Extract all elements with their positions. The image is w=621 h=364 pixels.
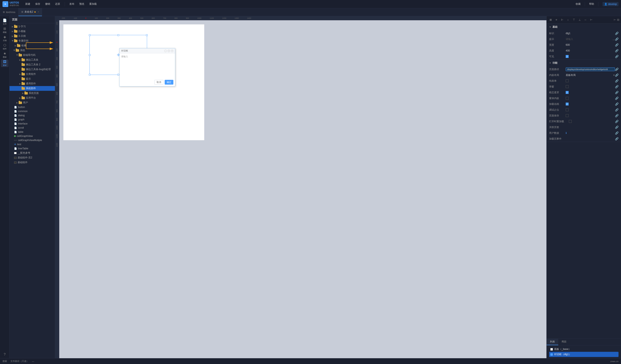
dialog-minimize-button[interactable]: - [164,50,167,52]
chain-icon[interactable]: 🔗 [615,32,619,35]
tab-hawkeye[interactable]: 鹰眼 [558,339,570,345]
tab-close-icon[interactable]: × [38,11,39,13]
chain-icon14[interactable]: 🔗 [615,114,619,117]
tree-item-2模板[interactable]: ▶ 2-模板 [10,29,55,34]
align-icon-7[interactable]: ↔ [583,17,588,22]
tree-item-系统页面[interactable]: ▶ 系统页面 [10,91,55,95]
save-button[interactable]: 保存 [33,1,42,7]
handle-bc[interactable] [118,74,119,76]
tree-item-cellGraphView[interactable]: cellGraphView [10,134,55,138]
tree-item-侧边工具条2[interactable]: 侧边工具条 2 [10,62,55,67]
chain-icon2[interactable]: 🔗 [615,37,619,41]
animation-checkbox[interactable]: ✓ [566,103,569,106]
basic-section-header[interactable]: ▼ 基础 [547,24,621,31]
tree-item-侧边工具条[interactable]: ▶ 侧边工具条 [10,58,55,62]
tree-item-系统[interactable]: ▶ 系统 [10,48,55,53]
dialog-maximize-button[interactable]: □ [168,50,170,52]
chain-icon11[interactable]: 🔗 [615,96,619,100]
align-icon-4[interactable]: ↕ [566,17,570,22]
align-icon-5[interactable]: ⊤ [571,17,576,22]
tree-item-用户[interactable]: ▶ 用户 [10,100,55,105]
tab-list[interactable]: 列表 [547,339,558,345]
chain-icon3[interactable]: 🔗 [615,43,619,47]
handle-ml[interactable] [89,54,90,56]
sidebar-item-material[interactable]: 🖼 素材 [1,60,8,67]
tree-item-通用部件[interactable]: ▶ 通用部件 [10,81,55,86]
tree-item-系统部件[interactable]: 系统部件 [10,86,55,91]
reload-button[interactable]: 重加载 [87,1,99,7]
favorites-button[interactable]: 收藏 [576,2,581,6]
tree-item-common[interactable]: 📄 common [10,109,55,113]
chain-icon13[interactable]: 🔗 [615,108,619,111]
dialog-ok-button[interactable]: 确定 [165,80,173,85]
filter-icon[interactable]: ⊟ [617,18,619,21]
align-icon-6[interactable]: ⊥ [577,17,582,22]
chain-icon4[interactable]: 🔗 [615,49,619,52]
canvas-viewport[interactable]: ✛ 对话框 - □ × [59,20,546,358]
tree-item-前端零代码[interactable]: ▶ 前端零代码 [10,53,55,58]
tree-item-3示例[interactable]: ▶ 3-示例 [10,34,55,38]
popup-checkbox[interactable] [566,85,569,88]
undo-button[interactable]: 撤销 [43,1,52,7]
dialog-widget[interactable]: 对话框 - □ × 请输入 取消 [119,48,175,86]
dropdown-arrow-icon[interactable]: ▼ [613,74,615,76]
tree-item-收藏[interactable]: ▶ 收藏 [10,43,55,48]
chain-icon17[interactable]: 🔗 [615,131,619,135]
align-icon-3[interactable]: ⊩ [560,17,565,22]
tree-item-侧边工具条bug[interactable]: 侧边工具条-bug待处理 [10,67,55,72]
sidebar-item-example[interactable]: ◈ 示例 [1,35,8,42]
handle-tc[interactable] [118,34,119,36]
chain-icon15[interactable]: 🔗 [615,120,619,123]
embed-checkbox[interactable] [566,97,569,100]
handle-tr[interactable] [146,34,148,36]
tree-item-button[interactable]: 📄 button [10,105,55,109]
publish-button[interactable]: 发布 [67,1,76,7]
sidebar-item-file[interactable]: 📄 文件 [1,18,8,26]
tree-item-应用平台[interactable]: ▶ 应用平台 [10,95,55,100]
tree-item-基础组件[interactable]: 基础组件 [10,160,55,165]
user-avatar[interactable]: 👤 develop [603,2,619,6]
new-button[interactable]: 新建 [23,1,32,7]
dots-icon[interactable]: ... [613,37,615,41]
tab-textarea[interactable]: ⊞ textArea [0,8,18,16]
chain-icon5[interactable]: 🔗 [615,55,619,58]
dialog-close-button[interactable]: × [171,50,173,52]
chain-icon8[interactable]: 🔗 [615,79,619,82]
align-icon-1[interactable]: ⊠ [548,17,553,22]
tab-unnamed2[interactable]: ⊞ 未命名2 × [18,8,42,16]
tree-item-treeTable[interactable]: 📄 treeTable [10,146,55,151]
preview-button[interactable]: 预览 [77,1,86,7]
tree-item-分类组件[interactable]: ▶ 分类组件 [10,72,55,77]
dialog-widget-container[interactable]: ✛ 对话框 - □ × [90,36,146,74]
function-section-header[interactable]: ▼ 功能 [547,60,621,66]
tree-item-专属空间[interactable]: ▶ 专属空间 [10,38,55,43]
chain-icon6[interactable]: 🔗 [615,68,619,71]
chain-icon18[interactable]: 🔗 [615,137,619,141]
pagesave-checkbox[interactable] [566,114,569,117]
tree-item-dialog[interactable]: 📄 dialog [10,113,55,117]
chain-icon7[interactable]: 🔗 [615,73,619,77]
chain-icon10[interactable]: 🔗 [615,91,619,94]
chain-icon9[interactable]: 🔗 [615,85,619,88]
handle-bl[interactable] [89,74,90,76]
sidebar-item-template[interactable]: ⊞ 模板 [1,27,8,34]
pure-form-checkbox[interactable] [566,79,569,82]
dialog-cancel-button[interactable]: 取消 [154,80,163,85]
sidebar-item-help[interactable]: ? [1,351,8,358]
tree-item-配色参考[interactable]: __配色参考 [10,151,55,155]
tree-item-cellGraphViewMutiple[interactable]: cellGraphViewMutiple [10,138,55,142]
tree-item-提示[interactable]: 提示 [10,77,55,81]
tree-item-1字习[interactable]: ▶ 1-字习 [10,24,55,29]
visible-checkbox[interactable]: ✓ [566,55,569,58]
list-item-base[interactable]: 底板（_base） [549,347,619,352]
handle-tl[interactable] [89,34,90,36]
tree-item-基础组件页2[interactable]: 基础组件-页2 [10,155,55,160]
tree-item-scroll[interactable]: 📄 scroll [10,126,55,130]
tree-item-interface[interactable]: 📄 interface [10,122,55,126]
page-path-input[interactable]: displays/develop/uiotos/editor/widgets/d… [566,67,615,71]
modal-checkbox[interactable]: ✓ [566,91,569,94]
redo-button[interactable]: 还原 [53,1,62,7]
list-item-dlg1[interactable]: 对话框（dlg1） [549,352,619,357]
sidebar-item-icon[interactable]: ★ 图标 [1,51,8,59]
chain-icon12[interactable]: 🔗 [615,102,619,106]
